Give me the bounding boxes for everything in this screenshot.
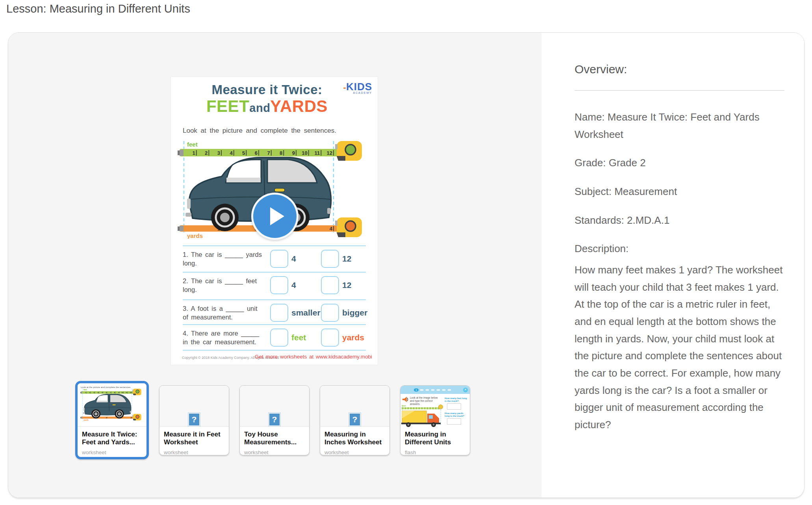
question-icon: ? — [188, 413, 200, 426]
lesson-card: Measure it Twice: FEETandYARDS -KIDS ACA… — [8, 32, 805, 498]
progress-pill — [441, 388, 446, 392]
overview-heading: Overview: — [575, 63, 784, 76]
mini-car-scene — [80, 388, 144, 421]
overview-standards: Standards: 2.MD.A.1 — [575, 212, 784, 229]
worksheet-title-line2: FEETandYARDS — [184, 98, 350, 115]
answer-checkbox — [270, 304, 288, 322]
worksheet-instruction: Look at the picture and complete the sen… — [183, 127, 336, 135]
thumbnail-measure-it-in-feet[interactable]: ? Measure it in Feet Worksheet worksheet — [159, 385, 229, 455]
progress-pill — [425, 388, 430, 392]
answer-checkbox — [270, 329, 288, 347]
question-icon: ? — [269, 413, 280, 426]
answer-checkbox — [321, 329, 339, 347]
answer-checkbox — [321, 250, 339, 268]
truck-illustration — [401, 410, 442, 427]
progress-pill — [447, 388, 452, 392]
overview-description-label: Description: — [575, 240, 784, 258]
progress-pill — [436, 388, 441, 392]
speaker-icon — [402, 396, 409, 403]
game-input-1 — [447, 403, 461, 410]
question-row: 1. The car is _____ yards long. 4 12 — [183, 245, 366, 272]
game-instruction: Look at the image below and type the cor… — [410, 396, 442, 406]
question-row: 4. There are more _____ in the car measu… — [183, 324, 366, 351]
page-title: Lesson: Measuring in Different Units — [6, 2, 190, 15]
overview-name: Name: Measure It Twice: Feet and Yards W… — [575, 109, 784, 143]
overview-panel: Overview: Name: Measure It Twice: Feet a… — [541, 33, 804, 498]
progress-pill: 1 — [414, 388, 419, 392]
play-icon — [270, 207, 284, 225]
media-pane: Measure it Twice: FEETandYARDS -KIDS ACA… — [8, 33, 541, 498]
worksheet-preview: Measure it Twice: FEETandYARDS -KIDS ACA… — [171, 77, 378, 365]
game-ruler — [402, 407, 440, 409]
overview-grade: Grade: Grade 2 — [575, 154, 784, 172]
overview-subject: Subject: Measurement — [575, 183, 784, 201]
thumbnail-measuring-in-inches[interactable]: ? Measuring in Inches Worksheet workshee… — [320, 385, 390, 455]
game-question-2: How many yards long is the truck? — [445, 412, 468, 418]
media-thumbnails: Look at the picture and complete the sen… — [75, 381, 470, 459]
thumbnail-measuring-in-different-units[interactable]: 1 × Look at the image below and type the… — [400, 385, 470, 455]
progress-pill — [430, 388, 435, 392]
question-row: 3. A foot is a _____ unit of measurement… — [183, 299, 366, 324]
promo-text: Get more worksheets at www.kidsacademy.m… — [255, 354, 372, 360]
answer-checkbox — [270, 276, 288, 294]
game-question-1: How many feet long is the truck? — [445, 397, 468, 403]
game-progress-bar: 1 × — [400, 386, 470, 394]
question-row: 2. The car is _____ feet long. 4 12 — [183, 272, 366, 299]
answer-checkbox — [270, 250, 288, 268]
progress-pill — [419, 388, 424, 392]
kids-academy-logo: -KIDS ACADEMY — [336, 82, 372, 95]
overview-divider — [575, 90, 784, 91]
close-icon: × — [463, 388, 468, 392]
play-button[interactable] — [251, 193, 298, 240]
worksheet-title-line1: Measure it Twice: — [184, 83, 350, 97]
thumbnail-toy-house-measurements[interactable]: ? Toy House Measurements... worksheet — [239, 385, 310, 455]
question-icon: ? — [349, 413, 361, 426]
answer-checkbox — [321, 304, 339, 322]
answer-checkbox — [321, 276, 339, 294]
overview-description: How many feet makes 1 yard? The workshee… — [575, 262, 784, 434]
thumbnail-measure-it-twice[interactable]: Look at the picture and complete the sen… — [75, 381, 149, 459]
game-input-2 — [447, 418, 461, 425]
worksheet-questions: 1. The car is _____ yards long. 4 12 2. … — [183, 245, 366, 351]
